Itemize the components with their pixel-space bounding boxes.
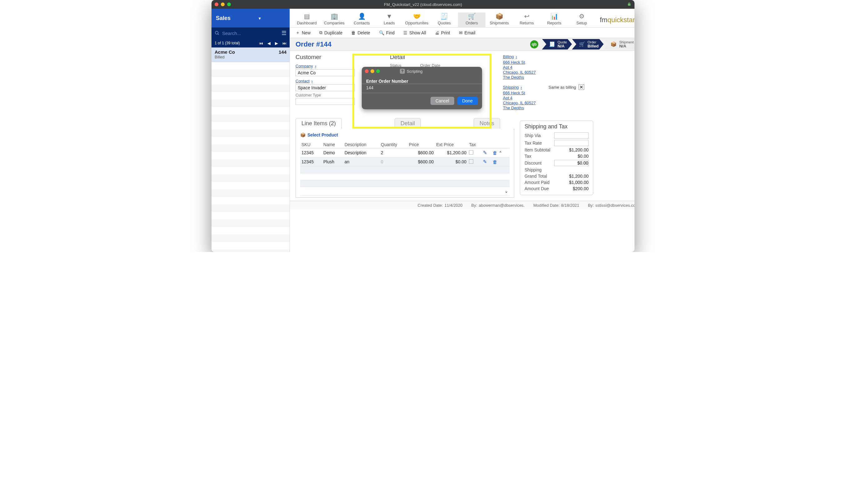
same-as-billing-checkbox[interactable]: ✕ — [579, 84, 584, 90]
trash-icon[interactable]: 🗑 — [493, 159, 497, 165]
collapse-icon[interactable]: ⌃ — [499, 150, 503, 156]
company-field[interactable]: Acme Co — [296, 69, 355, 76]
billing-line3[interactable]: Chicago, IL 60527 — [503, 70, 584, 75]
billing-line4[interactable]: The Depths — [503, 75, 584, 80]
col-tax: Tax — [468, 141, 481, 148]
tax-checkbox[interactable] — [469, 150, 473, 155]
ship-via-input[interactable] — [554, 132, 588, 139]
trash-icon[interactable]: 🗑 — [493, 150, 497, 156]
record-navigator: 1 of 1 (39 total) ⏮ ◀ ▶ ⏭ — [211, 39, 289, 48]
cart-icon: 🛒 — [579, 41, 585, 47]
highlighted-region: ? Scripting Enter Order Number 144 Cance… — [352, 54, 491, 129]
customer-type-field[interactable] — [296, 98, 355, 105]
table-row[interactable]: 12345 Plush an 0 $600.00 $0.00 ✎ 🗑 — [300, 157, 510, 166]
shipping-tax-card: Shipping and Tax Ship Via Tax Rate Item … — [520, 121, 593, 195]
dialog-minimize-icon[interactable] — [371, 69, 374, 73]
sidebar-search[interactable]: ☰ — [211, 28, 289, 39]
billing-link[interactable]: Billing › — [503, 54, 517, 59]
box-icon: 📦 — [300, 132, 305, 138]
billing-line1[interactable]: 666 Heck St — [503, 60, 584, 65]
pipeline-shipment[interactable]: 📦 ShipmentN/A — [603, 39, 635, 50]
next-record-icon[interactable]: ▶ — [275, 41, 278, 46]
nav-reports[interactable]: 📊Reports — [541, 13, 568, 27]
record-footer: Created Date:11/4/2020 By:abowerman@dbse… — [290, 201, 635, 210]
pipeline-order[interactable]: 🛒 OrderBilled — [572, 39, 603, 50]
new-button[interactable]: ＋New — [296, 30, 311, 36]
select-product-button[interactable]: 📦Select Product — [300, 132, 510, 138]
print-icon: 🖨 — [435, 30, 439, 35]
nav-dashboard[interactable]: ▤Dashboard — [293, 13, 320, 27]
nav-returns[interactable]: ↩Returns — [513, 13, 541, 27]
first-record-icon[interactable]: ⏮ — [259, 41, 263, 46]
shipping-line2[interactable]: Apt 4 — [503, 95, 584, 101]
mail-icon: ✉ — [459, 30, 463, 35]
shipping-tax-heading: Shipping and Tax — [525, 123, 588, 130]
item-subtotal: $1,200.00 — [569, 147, 588, 152]
tax-value: $0.00 — [578, 154, 588, 159]
nav-contacts[interactable]: 👤Contacts — [348, 13, 375, 27]
edit-icon[interactable]: ✎ — [483, 150, 487, 155]
contact-field[interactable]: Space Invader — [296, 84, 355, 91]
cancel-button[interactable]: Cancel — [430, 97, 454, 105]
print-button[interactable]: 🖨Print — [435, 30, 450, 35]
chevron-right-icon: › — [312, 79, 313, 83]
prev-record-icon[interactable]: ◀ — [267, 41, 270, 46]
top-nav: ▤Dashboard 🏢Companies 👤Contacts ▼Leads 🤝… — [290, 9, 635, 28]
nav-quotes[interactable]: 🧾Quotes — [430, 13, 458, 27]
same-as-billing-label: Same as billing — [549, 85, 576, 90]
nav-orders[interactable]: 🛒Orders — [458, 13, 486, 27]
shipping-line3[interactable]: Chicago, IL 60527 — [503, 101, 584, 106]
sidebar-empty-rows — [211, 62, 289, 252]
dialog-prompt: Enter Order Number — [362, 76, 482, 84]
help-icon[interactable]: ? — [400, 69, 405, 74]
table-row[interactable]: 12345 Demo Description 2 $600.00 $1,200.… — [300, 148, 510, 157]
dialog-input[interactable]: 144 — [362, 84, 482, 93]
chevron-right-icon: › — [315, 64, 316, 68]
list-icon[interactable]: ☰ — [281, 30, 286, 37]
col-name: Name — [322, 141, 343, 148]
dialog-zoom-icon[interactable] — [376, 69, 380, 73]
col-sku: SKU — [300, 141, 322, 148]
find-button[interactable]: 🔍Find — [379, 30, 394, 35]
nav-companies[interactable]: 🏢Companies — [320, 13, 348, 27]
modified-date: 8/18/2021 — [561, 203, 579, 208]
amount-due: $200.00 — [572, 186, 588, 191]
tax-rate-input[interactable] — [554, 140, 588, 146]
search-input[interactable] — [222, 31, 281, 36]
shipping-line1[interactable]: 666 Heck St — [503, 91, 584, 95]
address-section: Billing › 666 Heck St Apt 4 Chicago, IL … — [503, 54, 584, 115]
expand-icon[interactable]: ⌄ — [505, 188, 508, 194]
tax-checkbox[interactable] — [469, 159, 473, 164]
quickbooks-icon[interactable]: qb — [530, 40, 538, 49]
shipping-line4[interactable]: The Depths — [503, 106, 584, 110]
nav-setup[interactable]: ⚙Setup — [568, 13, 596, 27]
billing-line2[interactable]: Apt 4 — [503, 65, 584, 70]
nav-leads[interactable]: ▼Leads — [375, 13, 403, 27]
contact-link[interactable]: Contact› — [296, 79, 313, 83]
edit-icon[interactable]: ✎ — [483, 159, 487, 164]
nav-opportunities[interactable]: 🤝Opportunites — [403, 13, 430, 27]
company-link[interactable]: Company› — [296, 64, 316, 68]
shipping-link[interactable]: Shipping › — [503, 85, 522, 90]
modified-by: sstissi@dbservices.com — [596, 203, 635, 208]
tab-lineitems[interactable]: Line Items (2) — [296, 118, 342, 129]
svg-line-1 — [218, 34, 219, 35]
showall-button[interactable]: ☰Show All — [403, 30, 426, 35]
search-icon: 🔍 — [379, 30, 384, 35]
plus-icon: ＋ — [296, 30, 300, 36]
dialog-close-icon[interactable] — [365, 69, 369, 73]
delete-button[interactable]: 🗑Delete — [351, 30, 370, 35]
email-button[interactable]: ✉Email — [459, 30, 475, 35]
duplicate-button[interactable]: ⧉Duplicate — [319, 30, 342, 35]
paging-label: 1 of 1 (39 total) — [215, 41, 240, 45]
done-button[interactable]: Done — [457, 97, 478, 105]
sidebar-module[interactable]: Sales ▾ — [211, 9, 289, 28]
nav-shipments[interactable]: 📦Shipments — [486, 13, 513, 27]
chevron-right-icon: › — [516, 54, 517, 59]
row-company: Acme Co — [215, 49, 235, 55]
discount-input[interactable] — [554, 160, 588, 166]
dialog-title: Scripting — [407, 69, 423, 74]
pipeline-quote[interactable]: 🧾 QuoteN/A — [542, 39, 572, 50]
sidebar-record-row[interactable]: Acme Co 144 Billed — [211, 48, 289, 62]
last-record-icon[interactable]: ⏭ — [282, 41, 286, 46]
